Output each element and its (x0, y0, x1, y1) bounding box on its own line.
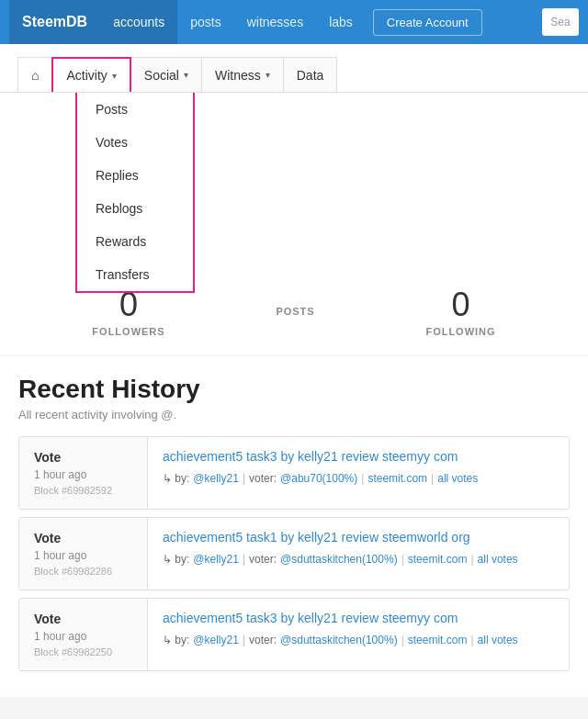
activity-by-3[interactable]: @kelly21 (193, 634, 239, 646)
posts-label-center: POSTS (276, 306, 314, 317)
activity-time-3: 1 hour ago (34, 630, 132, 643)
activity-link-3[interactable]: achievement5 task3 by kelly21 review ste… (163, 610, 554, 628)
activity-card: Vote 1 hour ago Block #69982250 achievem… (18, 598, 570, 671)
activity-meta-3: ↳ by: @kelly21 | voter: @sduttaskitchen(… (163, 634, 554, 646)
nav-posts[interactable]: posts (177, 0, 233, 44)
dropdown-replies[interactable]: Replies (77, 159, 193, 192)
activity-time-2: 1 hour ago (34, 549, 132, 562)
tab-home[interactable]: ⌂ (17, 57, 52, 92)
activity-by-1[interactable]: @kelly21 (193, 472, 239, 485)
chevron-down-icon: ▾ (266, 70, 270, 80)
activity-left-2: Vote 1 hour ago Block #69982286 (19, 518, 148, 590)
activity-allvotes-2[interactable]: all votes (478, 553, 518, 566)
main-content: ⌂ Activity ▾ Social ▾ Witness ▾ Data Pos… (0, 44, 588, 697)
dropdown-posts[interactable]: Posts (77, 93, 193, 126)
nav-accounts[interactable]: accounts (100, 0, 177, 44)
activity-type-3: Vote (34, 612, 132, 626)
main-nav: accounts posts witnesses labs Create Acc… (100, 0, 482, 44)
chevron-down-icon: ▾ (112, 71, 117, 81)
activity-time-1: 1 hour ago (34, 468, 132, 481)
activity-left-3: Vote 1 hour ago Block #69982250 (19, 599, 148, 670)
tab-activity[interactable]: Activity ▾ (51, 57, 130, 92)
dropdown-rewards[interactable]: Rewards (77, 225, 193, 258)
activity-card: Vote 1 hour ago Block #69982592 achievem… (18, 436, 570, 510)
followers-label: FOLLOWERS (92, 326, 164, 337)
activity-right-2: achievement5 task1 by kelly21 review ste… (148, 518, 569, 590)
dropdown-votes[interactable]: Votes (77, 126, 193, 159)
brand-logo[interactable]: SteemDB (9, 0, 100, 44)
following-label: FOLLOWING (425, 326, 495, 337)
tab-data[interactable]: Data (283, 57, 338, 92)
dropdown-transfers[interactable]: Transfers (77, 258, 193, 291)
tab-witness[interactable]: Witness ▾ (201, 57, 284, 92)
activity-meta-1: ↳ by: @kelly21 | voter: @abu70(100%) | s… (163, 472, 554, 485)
activity-type-2: Vote (34, 531, 132, 545)
activity-allvotes-1[interactable]: all votes (437, 472, 478, 485)
activity-right-3: achievement5 task3 by kelly21 review ste… (148, 599, 569, 670)
header: SteemDB accounts posts witnesses labs Cr… (0, 0, 588, 44)
posts-label: POSTS (276, 306, 314, 317)
nav-labs[interactable]: labs (316, 0, 366, 44)
activity-steemit-1[interactable]: steemit.com (368, 472, 427, 485)
activity-link-2[interactable]: achievement5 task1 by kelly21 review ste… (163, 529, 554, 547)
search-input[interactable]: Sea (542, 8, 579, 36)
history-section: Recent History All recent activity invol… (0, 356, 588, 697)
following-count: 0 (425, 286, 495, 324)
activity-meta-2: ↳ by: @kelly21 | voter: @sduttaskitchen(… (163, 553, 554, 566)
activity-left-1: Vote 1 hour ago Block #69982592 (19, 437, 148, 509)
activity-card: Vote 1 hour ago Block #69982286 achievem… (18, 517, 570, 590)
followers-stat: 0 FOLLOWERS (92, 286, 164, 337)
nav-witnesses[interactable]: witnesses (234, 0, 316, 44)
history-title: Recent History (18, 375, 570, 404)
tab-social[interactable]: Social ▾ (130, 57, 202, 92)
activity-voter-2[interactable]: @sduttaskitchen(100%) (280, 553, 398, 566)
chevron-down-icon: ▾ (184, 70, 188, 80)
activity-type-1: Vote (34, 450, 132, 465)
create-account-button[interactable]: Create Account (373, 9, 482, 36)
activity-steemit-2[interactable]: steemit.com (408, 553, 468, 566)
activity-voter-1[interactable]: @abu70(100%) (280, 472, 357, 485)
activity-link-1[interactable]: achievement5 task3 by kelly21 review ste… (163, 448, 554, 466)
activity-allvotes-3[interactable]: all votes (478, 634, 518, 646)
history-subtitle: All recent activity involving @. (18, 408, 570, 421)
activity-steemit-3[interactable]: steemit.com (408, 634, 468, 646)
activity-block-2: Block #69982286 (34, 566, 132, 577)
activity-by-2[interactable]: @kelly21 (193, 553, 239, 566)
activity-dropdown: Posts Votes Replies Reblogs Rewards Tran… (75, 93, 195, 293)
home-icon: ⌂ (31, 68, 39, 83)
tabs-wrapper: ⌂ Activity ▾ Social ▾ Witness ▾ Data Pos… (0, 44, 588, 93)
activity-block-3: Block #69982250 (34, 646, 132, 657)
activity-right-1: achievement5 task3 by kelly21 review ste… (148, 437, 569, 509)
following-stat: 0 FOLLOWING (425, 286, 495, 337)
activity-voter-3[interactable]: @sduttaskitchen(100%) (280, 634, 398, 646)
activity-block-1: Block #69982592 (34, 485, 132, 496)
tabs-bar: ⌂ Activity ▾ Social ▾ Witness ▾ Data (18, 57, 570, 92)
dropdown-reblogs[interactable]: Reblogs (77, 192, 193, 225)
